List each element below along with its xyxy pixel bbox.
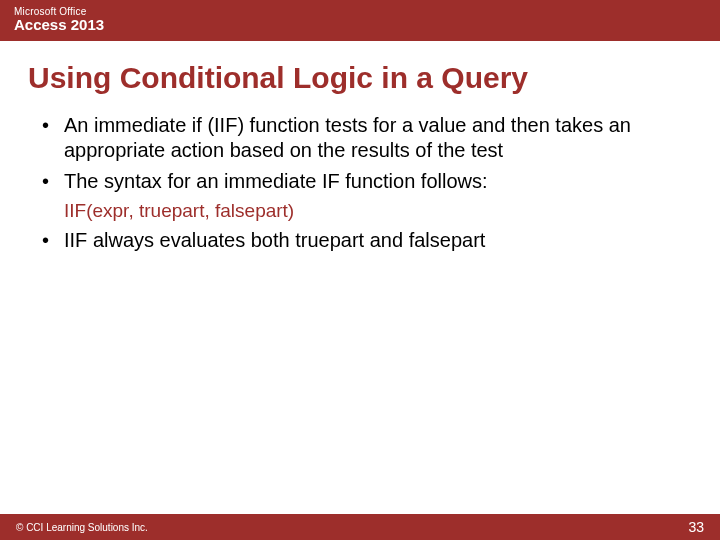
footer-bar: © CCI Learning Solutions Inc. 33 xyxy=(0,514,720,540)
slide-title: Using Conditional Logic in a Query xyxy=(0,41,720,103)
header-bar: Microsoft Office Access 2013 xyxy=(0,0,720,41)
bullet-item: An immediate if (IIF) function tests for… xyxy=(34,113,686,163)
bullet-item: The syntax for an immediate IF function … xyxy=(34,169,686,194)
product-line: Access 2013 xyxy=(14,16,706,33)
bullet-list-2: IIF always evaluates both truepart and f… xyxy=(34,228,686,253)
bullet-list: An immediate if (IIF) function tests for… xyxy=(34,113,686,194)
page-number: 33 xyxy=(688,519,704,535)
syntax-line: IIF(expr, truepart, falsepart) xyxy=(34,200,686,222)
copyright: © CCI Learning Solutions Inc. xyxy=(16,522,148,533)
slide-body: An immediate if (IIF) function tests for… xyxy=(0,103,720,253)
bullet-item: IIF always evaluates both truepart and f… xyxy=(34,228,686,253)
slide: Microsoft Office Access 2013 Using Condi… xyxy=(0,0,720,540)
